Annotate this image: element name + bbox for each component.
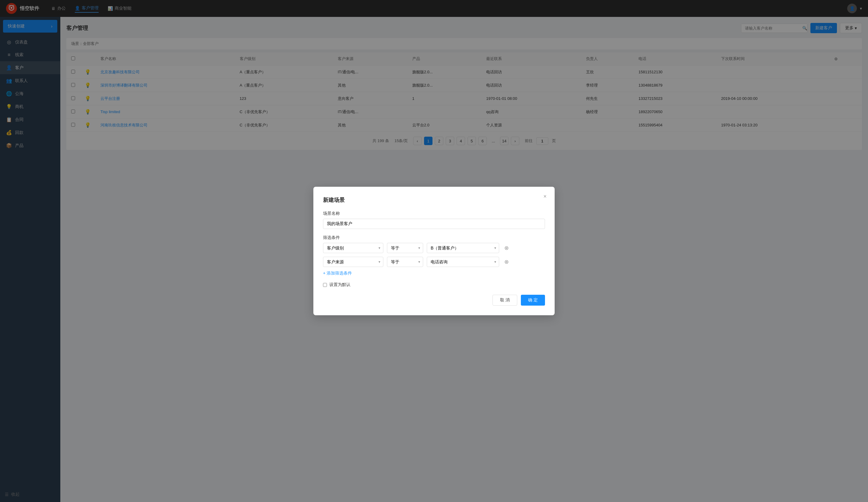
filter-field-wrapper-1: 客户级别 (323, 243, 383, 253)
filter-val-wrapper-1: B（普通客户） (427, 243, 499, 253)
add-filter-button[interactable]: + 添加筛选条件 (323, 270, 545, 276)
filter-val-select-1[interactable]: B（普通客户） (427, 243, 499, 253)
create-scene-modal: 新建场景 × 场景名称 筛选条件 客户级别 等于 B（普通客户） ⊗ (313, 187, 555, 315)
remove-filter-1[interactable]: ⊗ (503, 244, 510, 252)
scene-name-input[interactable] (323, 219, 545, 229)
filter-op-wrapper-2: 等于 (387, 257, 423, 267)
modal-footer: 取 消 确 定 (323, 295, 545, 306)
filter-conditions-label: 筛选条件 (323, 235, 545, 240)
filter-row-1: 客户级别 等于 B（普通客户） ⊗ (323, 243, 545, 253)
filter-field-wrapper-2: 客户来源 (323, 257, 383, 267)
filter-op-select-2[interactable]: 等于 (387, 257, 423, 267)
remove-filter-2[interactable]: ⊗ (503, 258, 510, 266)
filter-val-select-2[interactable]: 电话咨询 (427, 257, 499, 267)
default-label: 设置为默认 (329, 282, 350, 287)
modal-title: 新建场景 (323, 196, 545, 204)
default-checkbox[interactable] (323, 283, 327, 287)
filter-op-select-1[interactable]: 等于 (387, 243, 423, 253)
modal-close-button[interactable]: × (541, 193, 549, 200)
default-check-row: 设置为默认 (323, 282, 545, 287)
scene-name-label: 场景名称 (323, 211, 545, 216)
filter-field-select-1[interactable]: 客户级别 (323, 243, 383, 253)
filter-row-2: 客户来源 等于 电话咨询 ⊗ (323, 257, 545, 267)
confirm-button[interactable]: 确 定 (521, 295, 545, 306)
filter-field-select-2[interactable]: 客户来源 (323, 257, 383, 267)
filter-val-wrapper-2: 电话咨询 (427, 257, 499, 267)
filter-op-wrapper-1: 等于 (387, 243, 423, 253)
modal-overlay: 新建场景 × 场景名称 筛选条件 客户级别 等于 B（普通客户） ⊗ (0, 0, 868, 502)
cancel-button[interactable]: 取 消 (493, 295, 517, 306)
